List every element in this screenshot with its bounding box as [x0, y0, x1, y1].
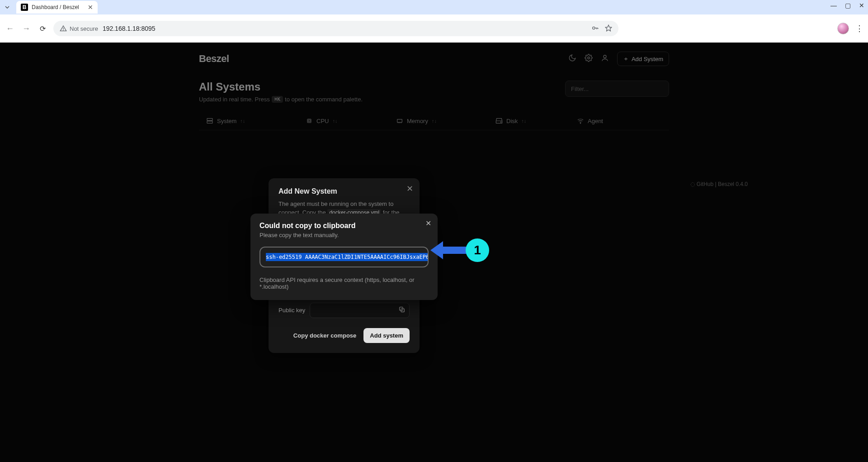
- url-text: 192.168.1.18:8095: [103, 25, 156, 32]
- wifi-icon: [577, 117, 584, 124]
- svg-rect-12: [308, 120, 310, 122]
- svg-point-19: [580, 123, 580, 124]
- close-icon[interactable]: ✕: [425, 219, 431, 228]
- sort-icon: ↑↓: [521, 118, 526, 124]
- browser-chrome: B Dashboard / Beszel ✕ — ▢ ✕ ← → ⟳ Not s…: [0, 0, 868, 43]
- sort-icon: ↑↓: [240, 118, 245, 124]
- close-window-icon[interactable]: ✕: [859, 2, 864, 9]
- browser-tab[interactable]: B Dashboard / Beszel ✕: [16, 1, 98, 14]
- svg-point-2: [593, 27, 595, 29]
- alert-subtitle: Please copy the text manually.: [259, 232, 429, 238]
- annotation-badge: 1: [466, 238, 489, 262]
- profile-avatar[interactable]: [837, 23, 849, 34]
- clipboard-error-modal: ✕ Could not copy to clipboard Please cop…: [250, 214, 438, 300]
- address-bar[interactable]: Not secure 192.168.1.18:8095: [53, 21, 618, 36]
- svg-rect-10: [207, 121, 212, 124]
- filter-input[interactable]: [565, 81, 669, 97]
- minimize-icon[interactable]: —: [830, 2, 837, 9]
- col-system[interactable]: System ↑↓: [206, 117, 306, 124]
- svg-point-7: [588, 57, 590, 59]
- window-controls: — ▢ ✕: [830, 2, 864, 9]
- svg-rect-11: [307, 119, 311, 123]
- sort-icon: ↑↓: [332, 118, 337, 124]
- close-icon[interactable]: ✕: [406, 184, 413, 194]
- brand-logo[interactable]: Beszel: [199, 53, 229, 65]
- svg-point-18: [500, 122, 501, 122]
- svg-rect-9: [207, 119, 212, 121]
- user-icon[interactable]: [601, 54, 609, 64]
- warning-icon: [60, 25, 67, 32]
- browser-menu-icon[interactable]: ⋮: [855, 24, 863, 33]
- ssh-key-value: ssh-ed25519 AAAAC3NzaC1lZDI1NTE5AAAAICc9…: [266, 253, 429, 261]
- server-icon: [206, 117, 213, 124]
- tab-search-dropdown[interactable]: [3, 3, 12, 12]
- add-system-submit-button[interactable]: Add system: [363, 328, 410, 343]
- reload-button[interactable]: ⟳: [37, 24, 48, 33]
- copy-icon[interactable]: [398, 306, 406, 315]
- add-system-button[interactable]: ＋ Add System: [617, 52, 669, 66]
- back-button[interactable]: ←: [5, 24, 15, 33]
- security-status[interactable]: Not secure: [60, 25, 98, 32]
- bookmark-star-icon[interactable]: [605, 24, 612, 33]
- forward-button[interactable]: →: [21, 24, 32, 33]
- settings-icon[interactable]: [585, 54, 593, 64]
- public-key-row: Public key: [278, 303, 410, 318]
- col-memory[interactable]: Memory ↑↓: [396, 117, 495, 124]
- version-text: Beszel 0.4.0: [718, 181, 748, 187]
- browser-toolbar: ← → ⟳ Not secure 192.168.1.18:8095 ⋮: [0, 14, 868, 43]
- cpu-icon: [306, 117, 313, 124]
- sort-icon: ↑↓: [432, 118, 437, 124]
- page-heading-block: All Systems Updated in real time. Press …: [199, 81, 669, 103]
- github-icon: ◌: [690, 181, 696, 187]
- maximize-icon[interactable]: ▢: [845, 2, 851, 9]
- ssh-key-input[interactable]: ssh-ed25519 AAAAC3NzaC1lZDI1NTE5AAAAICc9…: [259, 247, 429, 267]
- copy-docker-compose-button[interactable]: Copy docker compose: [293, 332, 356, 339]
- modal-title: Add New System: [278, 187, 410, 195]
- svg-point-8: [604, 55, 606, 58]
- kbd-shortcut: ⌘K: [272, 96, 283, 103]
- alert-title: Could not copy to clipboard: [259, 222, 429, 230]
- col-cpu[interactable]: CPU ↑↓: [306, 117, 396, 124]
- alert-footer: Clipboard API requires a secure context …: [259, 276, 429, 290]
- col-agent[interactable]: Agent: [577, 117, 622, 124]
- app-root: Beszel ＋ Add System All Systems Updated …: [0, 43, 868, 462]
- close-tab-icon[interactable]: ✕: [88, 4, 93, 11]
- favicon-icon: B: [21, 4, 28, 11]
- github-link[interactable]: GitHub: [697, 181, 713, 187]
- app-header: Beszel ＋ Add System: [199, 43, 669, 66]
- col-disk[interactable]: Disk ↑↓: [495, 117, 577, 124]
- memory-icon: [396, 117, 403, 124]
- password-key-icon[interactable]: [591, 24, 599, 33]
- theme-toggle-icon[interactable]: [568, 54, 576, 64]
- svg-point-1: [63, 30, 64, 30]
- public-key-field[interactable]: [310, 303, 410, 318]
- footer: ◌ GitHub | Beszel 0.4.0: [690, 181, 748, 187]
- disk-icon: [495, 117, 503, 124]
- modal-actions: Copy docker compose Add system: [278, 328, 410, 343]
- plus-icon: ＋: [623, 55, 629, 63]
- svg-rect-13: [397, 119, 402, 123]
- tab-bar: B Dashboard / Beszel ✕ — ▢ ✕: [0, 0, 868, 14]
- header-actions: ＋ Add System: [568, 52, 669, 66]
- tab-title: Dashboard / Beszel: [32, 4, 79, 10]
- page-subtitle: Updated in real time. Press ⌘K to open t…: [199, 96, 363, 103]
- public-key-label: Public key: [278, 307, 305, 314]
- table-header-row: System ↑↓ CPU ↑↓ Memory ↑↓ Disk ↑↓ Agent: [199, 112, 669, 130]
- page-title: All Systems: [199, 81, 363, 93]
- svg-marker-6: [605, 25, 611, 31]
